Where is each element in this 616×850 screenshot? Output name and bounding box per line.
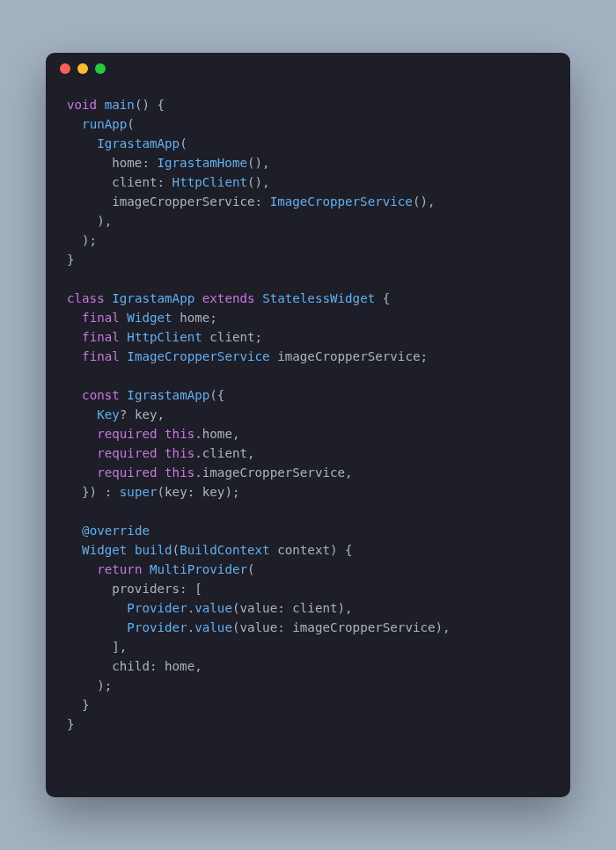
code-block: void main() { runApp( IgrastamApp( home:… <box>46 84 570 755</box>
code-token: IgrastamHome <box>158 156 248 170</box>
code-token: Widget <box>127 311 172 325</box>
code-token: final <box>82 311 120 325</box>
code-token: Key <box>97 407 120 421</box>
code-token <box>255 291 263 305</box>
code-token: MultiProvider <box>150 562 247 576</box>
code-token: final <box>82 349 120 363</box>
code-token <box>67 543 82 557</box>
code-token: runApp <box>82 117 127 131</box>
code-token: HttpClient <box>127 330 202 344</box>
code-token: build <box>135 543 172 557</box>
code-token: class <box>67 291 105 305</box>
code-token: this <box>165 427 194 441</box>
code-token: required <box>97 446 157 460</box>
code-token <box>158 465 165 480</box>
code-token: required <box>97 465 157 480</box>
close-icon[interactable] <box>60 63 70 74</box>
code-token: Widget <box>82 543 127 557</box>
code-token: StatelessWidget <box>262 291 375 305</box>
code-token: value <box>194 601 232 615</box>
code-token: extends <box>202 291 255 305</box>
code-token: IgrastamApp <box>112 291 194 305</box>
code-token <box>142 562 150 576</box>
code-token <box>194 291 202 305</box>
code-token <box>158 446 165 460</box>
code-token: required <box>97 427 157 441</box>
code-window: void main() { runApp( IgrastamApp( home:… <box>46 53 570 797</box>
code-token: ImageCropperService <box>127 349 269 363</box>
code-token: return <box>97 562 142 576</box>
code-token <box>97 98 105 112</box>
code-token: (value: imageCropperService), ], child: … <box>67 620 451 731</box>
code-token: IgrastamApp <box>127 388 209 402</box>
code-token: ( <box>172 543 180 557</box>
code-token: ImageCropperService <box>270 194 413 209</box>
code-token: value <box>194 620 232 634</box>
code-token: Provider <box>127 620 187 634</box>
code-token: . <box>187 601 195 615</box>
maximize-icon[interactable] <box>95 63 106 74</box>
window-titlebar <box>46 53 570 84</box>
code-token: super <box>120 485 158 499</box>
code-token: const <box>82 388 120 402</box>
code-token: final <box>82 330 120 344</box>
code-token <box>127 543 135 557</box>
code-token: @override <box>82 524 150 538</box>
code-token: BuildContext <box>180 543 270 557</box>
code-token: this <box>165 465 194 480</box>
code-token: HttpClient <box>172 175 247 189</box>
minimize-icon[interactable] <box>77 63 88 74</box>
code-token <box>158 427 165 441</box>
code-token: . <box>187 620 195 634</box>
code-token: this <box>165 446 194 460</box>
code-token <box>105 291 113 305</box>
code-token: Provider <box>127 601 187 615</box>
code-token: main <box>105 98 135 112</box>
code-token: IgrastamApp <box>97 136 180 150</box>
code-token: void <box>67 98 97 112</box>
